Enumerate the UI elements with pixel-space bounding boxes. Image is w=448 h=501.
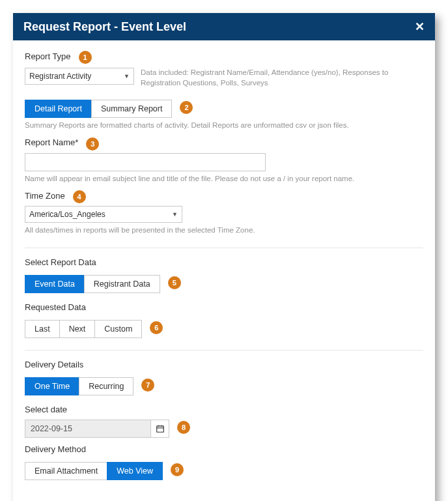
- report-mode-row: Detail Report Summary Report 2: [25, 97, 423, 118]
- annotation-2: 2: [180, 101, 193, 114]
- chevron-down-icon: ▼: [172, 211, 178, 218]
- date-input[interactable]: [25, 420, 151, 438]
- annotation-6: 6: [150, 321, 163, 334]
- report-mode-group: Detail Report Summary Report: [25, 100, 172, 118]
- calendar-button[interactable]: [151, 420, 169, 438]
- time-zone-selected: America/Los_Angeles: [29, 210, 105, 219]
- delivery-details-label: Delivery Details: [25, 360, 83, 369]
- report-type-row: Registrant Activity ▼ Data included: Reg…: [25, 68, 423, 88]
- annotation-9: 9: [171, 463, 184, 476]
- annotation-7: 7: [141, 379, 154, 392]
- delivery-method-label: Delivery Method: [25, 444, 86, 454]
- report-mode-help: Summary Reports are formatted charts of …: [25, 121, 423, 131]
- modal-footer: 10 SEND/SAVE: [13, 492, 435, 501]
- request-report-modal: Request Report - Event Level ✕ Report Ty…: [13, 13, 435, 501]
- requested-data-label: Requested Data: [25, 302, 86, 312]
- email-attachment-button[interactable]: Email Attachment: [25, 462, 107, 480]
- custom-button[interactable]: Custom: [94, 320, 142, 338]
- select-date-row: 8: [25, 417, 423, 438]
- delivery-details-group: One Time Recurring: [25, 377, 133, 395]
- date-picker: [25, 420, 169, 438]
- recurring-button[interactable]: Recurring: [79, 377, 133, 395]
- report-name-label: Report Name*: [25, 137, 78, 147]
- requested-data-row: Last Next Custom 6: [25, 317, 423, 338]
- last-button[interactable]: Last: [25, 320, 60, 338]
- select-report-data-section: Select Report Data: [25, 257, 423, 270]
- select-report-data-label: Select Report Data: [25, 257, 96, 267]
- report-name-label-row: Report Name* 3: [25, 137, 423, 150]
- annotation-8: 8: [177, 421, 190, 434]
- report-name-help: Name will appear in email subject line a…: [25, 174, 423, 184]
- detail-report-button[interactable]: Detail Report: [25, 100, 92, 118]
- requested-data-group: Last Next Custom: [25, 320, 142, 338]
- one-time-button[interactable]: One Time: [25, 377, 79, 395]
- divider: [25, 248, 423, 248]
- registrant-data-button[interactable]: Registrant Data: [84, 275, 160, 293]
- time-zone-help: All dates/times in reports will be prese…: [25, 225, 423, 236]
- time-zone-select[interactable]: America/Los_Angeles ▼: [25, 206, 182, 223]
- annotation-3: 3: [86, 137, 99, 150]
- time-zone-label-row: Time Zone 4: [25, 190, 423, 203]
- next-button[interactable]: Next: [59, 320, 96, 338]
- calendar-icon: [156, 424, 165, 433]
- select-date-label: Select date: [25, 405, 67, 414]
- annotation-4: 4: [73, 190, 86, 203]
- delivery-details-row: One Time Recurring 7: [25, 375, 423, 395]
- modal-body: Report Type 1 Registrant Activity ▼ Data…: [13, 40, 435, 492]
- divider: [25, 350, 423, 351]
- select-date-section: Select date: [25, 405, 423, 417]
- modal-title: Request Report - Event Level: [23, 20, 186, 34]
- report-type-help: Data included: Registrant Name/Email, At…: [141, 68, 423, 88]
- report-type-label: Report Type: [25, 51, 71, 61]
- modal-header: Request Report - Event Level ✕: [13, 13, 435, 40]
- requested-data-section: Requested Data: [25, 302, 423, 315]
- delivery-details-section: Delivery Details: [25, 360, 423, 372]
- annotation-1: 1: [79, 51, 92, 64]
- delivery-method-group: Email Attachment Web View: [25, 462, 163, 480]
- select-report-data-group: Event Data Registrant Data: [25, 275, 160, 293]
- report-name-input[interactable]: [25, 153, 266, 171]
- report-type-select[interactable]: Registrant Activity ▼: [25, 68, 134, 85]
- delivery-method-row: Email Attachment Web View 9: [25, 459, 423, 480]
- time-zone-label: Time Zone: [25, 191, 65, 201]
- select-report-data-row: Event Data Registrant Data 5: [25, 272, 423, 293]
- svg-rect-0: [156, 425, 163, 431]
- chevron-down-icon: ▼: [124, 73, 130, 79]
- web-view-button[interactable]: Web View: [107, 462, 163, 480]
- report-type-selected: Registrant Activity: [29, 72, 91, 81]
- event-data-button[interactable]: Event Data: [25, 275, 85, 293]
- close-icon[interactable]: ✕: [415, 20, 425, 34]
- annotation-5: 5: [168, 276, 181, 289]
- summary-report-button[interactable]: Summary Report: [91, 100, 172, 118]
- delivery-method-section: Delivery Method: [25, 444, 423, 457]
- report-type-label-row: Report Type 1: [25, 51, 423, 64]
